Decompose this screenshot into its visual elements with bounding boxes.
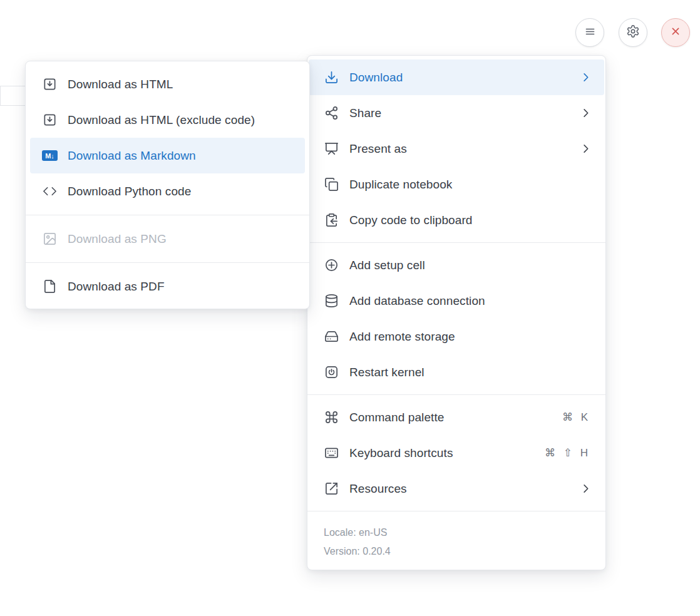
menu-divider — [307, 394, 605, 395]
submenu-item-download-python-code[interactable]: Download Python code — [30, 173, 305, 209]
menu-item-present-as[interactable]: Present as — [309, 131, 604, 167]
menu-item-add-database-connection[interactable]: Add database connection — [309, 283, 604, 319]
code-icon — [42, 183, 58, 199]
menu-item-label: Copy code to clipboard — [349, 213, 592, 227]
download-box-icon — [42, 112, 58, 128]
menu-item-label: Resources — [349, 482, 579, 496]
database-icon — [324, 293, 339, 309]
menu-item-download[interactable]: Download — [309, 59, 604, 95]
close-button[interactable] — [661, 18, 690, 47]
version-text: Version: 0.20.4 — [324, 542, 589, 561]
menu-item-label: Download as HTML — [68, 78, 296, 91]
markdown-badge: M↓ — [42, 150, 58, 161]
close-icon — [669, 25, 682, 40]
settings-button[interactable] — [619, 18, 647, 47]
menu-item-keyboard-shortcuts[interactable]: Keyboard shortcuts ⌘ ⇧ H — [309, 435, 604, 471]
gear-icon — [626, 24, 640, 41]
submenu-item-download-png[interactable]: Download as PNG — [30, 221, 305, 257]
submenu-item-download-html-exclude-code[interactable]: Download as HTML (exclude code) — [30, 102, 305, 138]
markdown-icon: M↓ — [42, 148, 58, 163]
external-link-icon — [324, 481, 339, 496]
download-icon — [324, 69, 339, 85]
power-icon — [324, 364, 339, 380]
chevron-right-icon — [579, 71, 592, 83]
menu-footer: Locale: en-US Version: 0.20.4 — [307, 516, 605, 570]
download-box-icon — [42, 76, 58, 92]
menu-item-label: Download as PNG — [68, 232, 296, 246]
download-submenu: Download as HTML Download as HTML (exclu… — [25, 61, 310, 309]
hard-drive-icon — [324, 329, 339, 344]
presentation-icon — [324, 141, 339, 157]
menu-item-label: Duplicate notebook — [349, 178, 592, 192]
clipboard-copy-icon — [324, 212, 339, 228]
menu-item-label: Command palette — [349, 411, 562, 424]
menu-item-copy-code[interactable]: Copy code to clipboard — [309, 202, 604, 238]
menu-item-command-palette[interactable]: Command palette ⌘ K — [309, 399, 604, 435]
background-cell-border-left — [0, 86, 1, 105]
submenu-item-download-html[interactable]: Download as HTML — [30, 66, 305, 102]
share-icon — [324, 105, 339, 121]
shortcut-command-palette: ⌘ K — [562, 411, 590, 424]
notebook-menu-button[interactable] — [575, 18, 604, 47]
menu-item-label: Add database connection — [349, 294, 592, 308]
menu-item-label: Download — [349, 71, 579, 85]
menu-item-label: Add remote storage — [349, 330, 592, 344]
menu-item-share[interactable]: Share — [309, 95, 604, 131]
keyboard-icon — [324, 445, 339, 461]
menu-item-label: Keyboard shortcuts — [349, 446, 545, 460]
menu-item-label: Share — [349, 106, 579, 120]
menu-divider — [26, 215, 309, 215]
menu-item-label: Restart kernel — [349, 366, 592, 379]
command-icon — [324, 409, 339, 425]
menu-item-label: Download as Markdown — [68, 149, 296, 163]
menu-item-restart-kernel[interactable]: Restart kernel — [309, 354, 604, 390]
menu-item-label: Download Python code — [68, 185, 296, 198]
menu-divider — [307, 511, 605, 511]
menu-item-label: Download as HTML (exclude code) — [68, 113, 296, 127]
menu-item-duplicate-notebook[interactable]: Duplicate notebook — [309, 167, 604, 202]
background-cell-border-bottom — [0, 105, 26, 106]
plus-circle-icon — [324, 257, 339, 273]
chevron-right-icon — [579, 107, 592, 119]
submenu-item-download-markdown[interactable]: M↓ Download as Markdown — [30, 138, 305, 173]
menu-item-label: Download as PDF — [68, 280, 296, 294]
menu-divider — [307, 242, 605, 243]
image-icon — [42, 231, 58, 247]
menu-divider — [26, 262, 309, 263]
submenu-item-download-pdf[interactable]: Download as PDF — [30, 269, 305, 304]
chevron-right-icon — [579, 143, 592, 155]
file-icon — [42, 279, 58, 294]
background-cell-border-top — [0, 86, 26, 86]
menu-item-label: Add setup cell — [349, 259, 592, 272]
locale-text: Locale: en-US — [324, 523, 589, 542]
notebook-actions-menu: Download Share Present as — [307, 55, 606, 570]
menu-item-resources[interactable]: Resources — [309, 471, 604, 506]
menu-item-add-setup-cell[interactable]: Add setup cell — [309, 247, 604, 283]
hamburger-icon — [584, 25, 597, 41]
menu-item-label: Present as — [349, 142, 579, 156]
menu-item-add-remote-storage[interactable]: Add remote storage — [309, 319, 604, 354]
duplicate-icon — [324, 177, 339, 192]
shortcut-keyboard-shortcuts: ⌘ ⇧ H — [545, 446, 590, 459]
chevron-right-icon — [579, 483, 592, 495]
